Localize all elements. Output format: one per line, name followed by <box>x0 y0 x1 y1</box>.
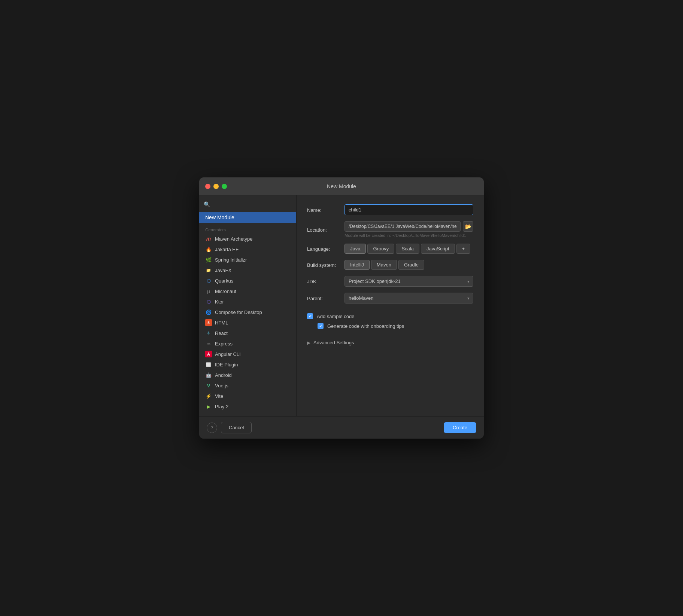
window-controls <box>205 184 227 189</box>
search-row: 🔍 <box>199 200 296 212</box>
generate-code-label: Generate code with onboarding tips <box>327 323 404 329</box>
build-button-group: IntelliJ Maven Gradle <box>344 260 473 270</box>
maximize-button[interactable] <box>222 184 227 189</box>
cancel-button[interactable]: Cancel <box>221 422 252 433</box>
ktor-icon: ⬡ <box>205 298 212 305</box>
build-intellij-button[interactable]: IntelliJ <box>344 260 370 270</box>
sidebar-item-micronaut[interactable]: μ Micronaut <box>199 286 296 296</box>
title-bar: New Module <box>199 177 484 195</box>
sidebar-item-html[interactable]: 5 HTML <box>199 317 296 328</box>
help-button[interactable]: ? <box>207 423 217 433</box>
footer-left: ? Cancel <box>207 422 252 433</box>
parent-select[interactable]: helloMaven <box>344 293 473 304</box>
folder-icon: 📂 <box>465 223 471 229</box>
dialog-body: 🔍 New Module Generators m Maven Archetyp… <box>199 195 484 416</box>
sidebar-item-play2[interactable]: ▶ Play 2 <box>199 401 296 412</box>
generate-code-row: ✓ Generate code with onboarding tips <box>318 323 473 329</box>
language-java-button[interactable]: Java <box>344 244 366 254</box>
generators-label: Generators <box>199 225 296 234</box>
language-scala-button[interactable]: Scala <box>396 244 419 254</box>
sidebar: 🔍 New Module Generators m Maven Archetyp… <box>199 195 297 416</box>
build-options: IntelliJ Maven Gradle <box>344 260 473 270</box>
language-button-group: Java Groovy Scala JavaScript + <box>344 244 473 254</box>
close-button[interactable] <box>205 184 210 189</box>
location-label: Location: <box>307 226 344 233</box>
advanced-settings-row[interactable]: ▶ Advanced Settings <box>307 336 473 349</box>
sidebar-item-jakarta-ee[interactable]: 🔥 Jakarta EE <box>199 244 296 254</box>
add-sample-code-checkmark: ✓ <box>309 314 312 319</box>
sidebar-item-new-module[interactable]: New Module <box>199 212 296 223</box>
name-field-content <box>344 204 473 215</box>
minimize-button[interactable] <box>213 184 219 189</box>
name-input[interactable] <box>344 204 473 215</box>
jdk-dropdown-wrap: Project SDK openjdk-21 ▾ <box>344 276 473 287</box>
build-system-row: Build system: IntelliJ Maven Gradle <box>307 260 473 270</box>
add-sample-code-row: ✓ Add sample code <box>307 313 473 319</box>
express-icon: ex <box>205 340 212 347</box>
compose-desktop-icon: 🌀 <box>205 309 212 315</box>
sidebar-item-quarkus[interactable]: ⬡ Quarkus <box>199 275 296 286</box>
vuejs-icon: V <box>205 382 212 389</box>
advanced-settings-label: Advanced Settings <box>313 340 354 345</box>
html-icon: 5 <box>205 319 212 326</box>
vite-icon: ⚡ <box>205 393 212 399</box>
sidebar-item-maven-archetype[interactable]: m Maven Archetype <box>199 234 296 244</box>
location-row-inner: 📂 <box>344 221 473 232</box>
jakarta-ee-icon: 🔥 <box>205 246 212 253</box>
build-label: Build system: <box>307 262 344 268</box>
sidebar-item-ktor[interactable]: ⬡ Ktor <box>199 296 296 307</box>
build-gradle-button[interactable]: Gradle <box>398 260 424 270</box>
language-javascript-button[interactable]: JavaScript <box>421 244 455 254</box>
sidebar-item-spring-initializr[interactable]: 🌿 Spring Initializr <box>199 254 296 265</box>
javafx-icon: 📁 <box>205 267 212 274</box>
parent-row: Parent: helloMaven ▾ <box>307 293 473 304</box>
checkboxes-section: ✓ Add sample code ✓ Generate code with o… <box>307 313 473 333</box>
generate-code-checkmark: ✓ <box>319 324 322 329</box>
language-add-button[interactable]: + <box>456 244 471 254</box>
main-content: Name: Location: 📂 M <box>297 195 484 416</box>
sidebar-item-javafx[interactable]: 📁 JavaFX <box>199 265 296 275</box>
browse-folder-button[interactable]: 📂 <box>463 221 473 232</box>
create-button[interactable]: Create <box>444 422 476 433</box>
ide-plugin-icon: ⬜ <box>205 361 212 368</box>
add-sample-code-label: Add sample code <box>317 314 354 319</box>
jdk-select[interactable]: Project SDK openjdk-21 <box>344 276 473 287</box>
sidebar-item-android[interactable]: 🤖 Android <box>199 370 296 380</box>
react-icon: ⚛ <box>205 330 212 336</box>
add-sample-code-checkbox[interactable]: ✓ <box>307 313 313 319</box>
sidebar-item-angular-cli[interactable]: A Angular CLI <box>199 349 296 359</box>
search-wrap[interactable]: 🔍 <box>204 201 292 207</box>
dialog-title: New Module <box>327 183 356 189</box>
jdk-label: JDK: <box>307 278 344 284</box>
sidebar-item-vuejs[interactable]: V Vue.js <box>199 380 296 391</box>
spring-initializr-icon: 🌿 <box>205 256 212 263</box>
language-label: Language: <box>307 246 344 252</box>
search-icon: 🔍 <box>204 201 210 207</box>
location-hint: Module will be created in: ~/Desktop/...… <box>344 233 473 238</box>
quarkus-icon: ⬡ <box>205 277 212 284</box>
sidebar-item-vite[interactable]: ⚡ Vite <box>199 391 296 401</box>
language-groovy-button[interactable]: Groovy <box>367 244 394 254</box>
location-input[interactable] <box>344 221 461 232</box>
android-icon: 🤖 <box>205 372 212 378</box>
sidebar-item-compose-desktop[interactable]: 🌀 Compose for Desktop <box>199 307 296 317</box>
name-row: Name: <box>307 204 473 215</box>
dialog-footer: ? Cancel Create <box>199 416 484 439</box>
name-label: Name: <box>307 207 344 213</box>
help-icon: ? <box>210 425 213 430</box>
sidebar-item-express[interactable]: ex Express <box>199 338 296 349</box>
build-maven-button[interactable]: Maven <box>371 260 397 270</box>
parent-dropdown-wrap: helloMaven ▾ <box>344 293 473 304</box>
play2-icon: ▶ <box>205 403 212 410</box>
location-field-content: 📂 Module will be created in: ~/Desktop/.… <box>344 221 473 238</box>
location-row: Location: 📂 Module will be created in: ~… <box>307 221 473 238</box>
advanced-chevron-icon: ▶ <box>307 340 310 345</box>
generate-code-checkbox[interactable]: ✓ <box>318 323 324 329</box>
parent-label: Parent: <box>307 295 344 301</box>
language-options: Java Groovy Scala JavaScript + <box>344 244 473 254</box>
jdk-row: JDK: Project SDK openjdk-21 ▾ <box>307 276 473 287</box>
language-row: Language: Java Groovy Scala JavaScript + <box>307 244 473 254</box>
sidebar-item-react[interactable]: ⚛ React <box>199 328 296 338</box>
micronaut-icon: μ <box>205 288 212 295</box>
sidebar-item-ide-plugin[interactable]: ⬜ IDE Plugin <box>199 359 296 370</box>
